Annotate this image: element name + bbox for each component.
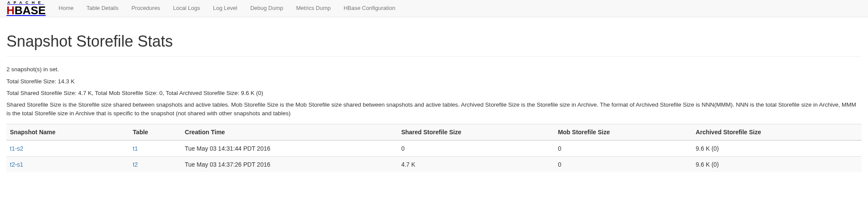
nav-local-logs[interactable]: Local Logs: [167, 0, 207, 17]
nav-table-details[interactable]: Table Details: [80, 0, 125, 17]
col-snapshot-name: Snapshot Name: [6, 124, 129, 140]
table-row: t2-s1 t2 Tue May 03 14:37:26 PDT 2016 4.…: [6, 156, 862, 172]
table-row: t1-s2 t1 Tue May 03 14:31:44 PDT 2016 0 …: [6, 140, 862, 157]
explanation-text: Shared Storefile Size is the Storefile s…: [6, 101, 862, 117]
col-shared-size: Shared Storefile Size: [398, 124, 554, 140]
total-storefile-size-text: Total Storefile Size: 14.3 K: [6, 77, 862, 85]
page-title: Snapshot Storefile Stats: [6, 30, 862, 52]
totals-breakdown-text: Total Shared Storefile Size: 4.7 K, Tota…: [6, 89, 862, 97]
archived-size-cell: 9.6 K (0): [692, 156, 862, 172]
creation-time-cell: Tue May 03 14:31:44 PDT 2016: [181, 140, 398, 157]
col-table: Table: [129, 124, 181, 140]
main-container: Snapshot Storefile Stats 2 snapshot(s) i…: [0, 30, 868, 172]
brand-logo[interactable]: APACHE HBASE: [6, 0, 52, 17]
top-navbar: APACHE HBASE Home Table Details Procedur…: [0, 0, 868, 17]
nav-home[interactable]: Home: [52, 0, 80, 17]
nav-log-level[interactable]: Log Level: [207, 0, 244, 17]
nav-list: Home Table Details Procedures Local Logs…: [52, 0, 402, 17]
shared-size-cell: 0: [398, 140, 554, 157]
mob-size-cell: 0: [554, 156, 692, 172]
shared-size-cell: 4.7 K: [398, 156, 554, 172]
nav-metrics-dump[interactable]: Metrics Dump: [290, 0, 337, 17]
page-header: Snapshot Storefile Stats: [6, 30, 862, 57]
nav-procedures[interactable]: Procedures: [125, 0, 166, 17]
snapshots-table: Snapshot Name Table Creation Time Shared…: [6, 124, 862, 172]
table-name-link[interactable]: t1: [133, 145, 138, 152]
brand-letters-base: BASE: [15, 4, 46, 17]
snapshot-count-text: 2 snapshot(s) in set.: [6, 65, 862, 73]
archived-size-cell: 9.6 K (0): [692, 140, 862, 157]
brand-letter-h: H: [6, 4, 15, 17]
snapshot-name-link[interactable]: t2-s1: [10, 161, 23, 168]
nav-debug-dump[interactable]: Debug Dump: [244, 0, 290, 17]
mob-size-cell: 0: [554, 140, 692, 157]
snapshot-name-link[interactable]: t1-s2: [10, 145, 23, 152]
summary-block: 2 snapshot(s) in set. Total Storefile Si…: [6, 65, 862, 117]
col-archived-size: Archived Storefile Size: [692, 124, 862, 140]
col-creation-time: Creation Time: [181, 124, 398, 140]
creation-time-cell: Tue May 03 14:37:26 PDT 2016: [181, 156, 398, 172]
brand-main-text: HBASE: [6, 5, 46, 16]
table-name-link[interactable]: t2: [133, 161, 138, 168]
nav-hbase-configuration[interactable]: HBase Configuration: [337, 0, 402, 17]
col-mob-size: Mob Storefile Size: [554, 124, 692, 140]
table-header-row: Snapshot Name Table Creation Time Shared…: [6, 124, 862, 140]
